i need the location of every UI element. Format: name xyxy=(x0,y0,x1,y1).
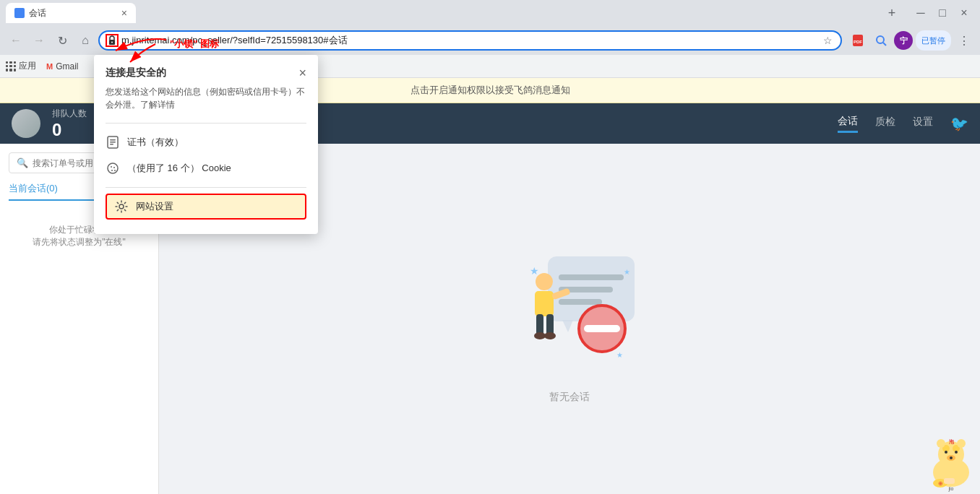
empty-text: 暂无会话 xyxy=(549,391,590,404)
mascot-sticker: 泡 jio ⊕ xyxy=(908,407,980,494)
svg-text:泡: 泡 xyxy=(949,439,955,444)
cookie-label: （使用了 16 个） Cookie xyxy=(127,162,231,175)
more-button[interactable]: ⋮ xyxy=(954,30,974,51)
pause-button[interactable]: 已暂停 xyxy=(916,30,951,51)
refresh-button[interactable]: ↻ xyxy=(52,30,72,51)
popup-cert-item[interactable]: 证书（有效） xyxy=(106,129,306,155)
svg-point-2 xyxy=(111,42,113,43)
search-icon: 🔍 xyxy=(17,157,28,168)
svg-point-45 xyxy=(111,166,112,168)
svg-point-34 xyxy=(957,439,966,448)
tab-bar: 会话 × + ─ □ × xyxy=(0,0,980,26)
popup-site-settings-item[interactable]: 网站设置 xyxy=(106,194,306,220)
minimize-button[interactable]: ─ xyxy=(911,3,931,23)
settings-icon xyxy=(114,199,129,214)
svg-point-29 xyxy=(945,451,947,454)
svg-text:★: ★ xyxy=(530,265,539,277)
back-button[interactable]: ← xyxy=(6,30,26,51)
status-line2: 请先将状态调整为"在线" xyxy=(9,236,150,248)
svg-rect-16 xyxy=(535,291,554,316)
maximize-button[interactable]: □ xyxy=(932,3,953,23)
svg-point-48 xyxy=(114,170,116,171)
svg-rect-43 xyxy=(110,144,113,145)
tab-quality[interactable]: 质检 xyxy=(875,116,895,131)
popup-close-button[interactable]: × xyxy=(298,66,306,79)
search-extension-button[interactable] xyxy=(871,30,891,51)
profile-button[interactable]: 宁 xyxy=(894,31,913,50)
url-text: m.jinritemai.com/pc_seller/?selfId=72515… xyxy=(121,34,817,47)
queue-label: 排队人数 xyxy=(52,108,87,120)
tab-chat[interactable]: 会话 xyxy=(838,115,858,133)
svg-point-46 xyxy=(113,167,115,168)
svg-point-5 xyxy=(877,36,884,43)
bookmark-gmail-label: Gmail xyxy=(56,61,78,72)
bookmark-star-button[interactable]: ☆ xyxy=(820,33,835,48)
svg-rect-11 xyxy=(559,299,602,305)
svg-rect-41 xyxy=(110,139,116,141)
popup-divider-1 xyxy=(106,123,306,124)
tab-settings[interactable]: 设置 xyxy=(913,116,933,131)
svg-text:jio: jio xyxy=(947,486,953,492)
security-popup: 连接是安全的 × 您发送给这个网站的信息（例如密码或信用卡号）不会外泄。了解详情… xyxy=(94,55,318,234)
bookmark-gmail[interactable]: M Gmail xyxy=(42,60,83,73)
svg-point-32 xyxy=(950,456,953,459)
svg-line-6 xyxy=(883,43,886,46)
pause-label: 已暂停 xyxy=(921,35,945,46)
active-tab[interactable]: 会话 × xyxy=(6,3,136,23)
avatar-image xyxy=(12,109,40,138)
apps-label: 应用 xyxy=(19,60,36,72)
tab-close-button[interactable]: × xyxy=(121,7,127,19)
svg-rect-9 xyxy=(559,274,624,280)
svg-text:★: ★ xyxy=(616,351,623,359)
popup-header: 连接是安全的 × xyxy=(106,66,306,79)
svg-point-33 xyxy=(937,439,945,448)
svg-point-19 xyxy=(534,332,546,339)
svg-text:⊕: ⊕ xyxy=(938,480,943,487)
svg-rect-0 xyxy=(16,9,23,17)
svg-point-30 xyxy=(955,451,958,454)
tab-title: 会话 xyxy=(29,7,46,20)
forward-button[interactable]: → xyxy=(29,30,49,51)
popup-title: 连接是安全的 xyxy=(106,66,166,79)
address-bar: ← → ↻ ⌂ m.jinritemai.com/pc_seller/?self… xyxy=(0,26,980,55)
popup-description: 您发送给这个网站的信息（例如密码或信用卡号）不会外泄。了解详情 xyxy=(106,85,306,111)
queue-count: 0 xyxy=(52,120,87,140)
profile-initial: 宁 xyxy=(900,35,908,46)
avatar xyxy=(12,109,40,138)
svg-text:PDF: PDF xyxy=(854,40,862,44)
popup-divider-2 xyxy=(106,187,306,188)
url-bar[interactable]: m.jinritemai.com/pc_seller/?selfId=72515… xyxy=(98,30,842,51)
mascot-svg: 泡 jio ⊕ xyxy=(908,407,980,494)
lock-icon[interactable] xyxy=(106,34,119,47)
svg-rect-14 xyxy=(584,325,620,332)
cert-icon xyxy=(106,135,120,150)
sidebar-tab-label: 当前会话(0) xyxy=(9,182,58,195)
svg-point-47 xyxy=(111,170,113,171)
queue-info: 排队人数 0 xyxy=(52,108,87,140)
svg-point-20 xyxy=(544,332,556,339)
cookie-icon xyxy=(106,161,120,176)
home-button[interactable]: ⌂ xyxy=(75,30,95,51)
empty-illustration: ★ ★ ★ 暂无会话 xyxy=(490,235,649,404)
site-settings-label: 网站设置 xyxy=(136,200,173,213)
svg-point-44 xyxy=(108,163,118,173)
svg-rect-42 xyxy=(110,142,116,143)
popup-cookie-item[interactable]: （使用了 16 个） Cookie xyxy=(106,155,306,181)
pdf-extension-button[interactable]: PDF xyxy=(848,30,868,51)
app-nav-right: 会话 质检 设置 🐦 xyxy=(838,115,968,133)
window-close-button[interactable]: × xyxy=(954,3,974,23)
empty-svg-illustration: ★ ★ ★ xyxy=(490,235,649,379)
apps-icon xyxy=(6,61,16,72)
notification-text: 点击开启通知权限以接受飞鸽消息通知 xyxy=(411,84,570,95)
tab-favicon xyxy=(14,8,25,18)
toolbar-right: ─ □ × xyxy=(911,3,974,23)
svg-text:★: ★ xyxy=(624,268,630,276)
twitter-icon[interactable]: 🐦 xyxy=(950,115,968,132)
new-tab-button[interactable]: + xyxy=(882,3,902,23)
svg-rect-39 xyxy=(944,478,955,484)
apps-button[interactable]: 应用 xyxy=(6,60,36,72)
cert-label: 证书（有效） xyxy=(127,136,184,149)
gmail-icon: M xyxy=(46,62,53,71)
svg-point-49 xyxy=(119,204,124,209)
svg-marker-8 xyxy=(562,320,573,332)
